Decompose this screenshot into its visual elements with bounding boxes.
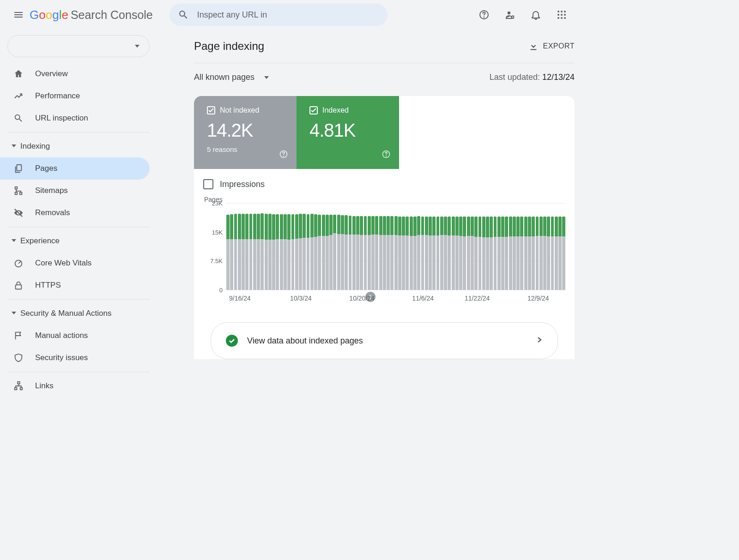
- bar[interactable]: [333, 203, 336, 290]
- bar[interactable]: [562, 203, 565, 290]
- bar[interactable]: [341, 203, 344, 290]
- checkbox-icon[interactable]: [203, 179, 213, 189]
- tab-not-indexed[interactable]: Not indexed 14.2K 5 reasons: [194, 96, 297, 169]
- bar[interactable]: [532, 203, 535, 290]
- notifications-icon[interactable]: [525, 4, 547, 26]
- bar[interactable]: [314, 203, 317, 290]
- bar[interactable]: [482, 203, 485, 290]
- bar[interactable]: [547, 203, 550, 290]
- bar[interactable]: [505, 203, 508, 290]
- bar[interactable]: [349, 203, 352, 290]
- bar[interactable]: [536, 203, 539, 290]
- bar[interactable]: [299, 203, 302, 290]
- bar[interactable]: [429, 203, 432, 290]
- bar[interactable]: [303, 203, 306, 290]
- bar[interactable]: [345, 203, 348, 290]
- bar[interactable]: [452, 203, 455, 290]
- bar[interactable]: [558, 203, 562, 290]
- sidebar-item-security-issues[interactable]: Security issues: [0, 347, 150, 369]
- bar[interactable]: [467, 203, 470, 290]
- bar[interactable]: [375, 203, 378, 290]
- search-input[interactable]: [196, 10, 379, 20]
- bar[interactable]: [394, 203, 398, 290]
- bar[interactable]: [368, 203, 371, 290]
- view-indexed-pages-link[interactable]: View data about indexed pages: [211, 322, 558, 359]
- tab-indexed[interactable]: Indexed 4.81K: [297, 96, 399, 169]
- bar[interactable]: [364, 203, 367, 290]
- bar[interactable]: [425, 203, 428, 290]
- bar[interactable]: [234, 203, 237, 290]
- bar[interactable]: [383, 203, 386, 290]
- bar[interactable]: [524, 203, 527, 290]
- bar[interactable]: [318, 203, 321, 290]
- sidebar-item-removals[interactable]: Removals: [0, 202, 150, 224]
- bar[interactable]: [242, 203, 245, 290]
- help-icon[interactable]: [279, 150, 288, 161]
- logo[interactable]: Google Search Console: [30, 8, 153, 22]
- bar[interactable]: [326, 203, 329, 290]
- sidebar-item-https[interactable]: HTTPS: [0, 274, 150, 296]
- bar[interactable]: [463, 203, 466, 290]
- sidebar-item-sitemaps[interactable]: Sitemaps: [0, 180, 150, 202]
- bar[interactable]: [310, 203, 314, 290]
- bar[interactable]: [268, 203, 272, 290]
- user-settings-icon[interactable]: [499, 4, 521, 26]
- bar[interactable]: [448, 203, 451, 290]
- help-icon[interactable]: [382, 150, 391, 161]
- bar[interactable]: [417, 203, 420, 290]
- bar[interactable]: [436, 203, 440, 290]
- bar[interactable]: [406, 203, 409, 290]
- sidebar-item-manual-actions[interactable]: Manual actions: [0, 325, 150, 347]
- sidebar-section-security[interactable]: Security & Manual Actions: [0, 302, 150, 325]
- bar[interactable]: [337, 203, 340, 290]
- bar[interactable]: [265, 203, 268, 290]
- bar[interactable]: [513, 203, 516, 290]
- bar[interactable]: [307, 203, 310, 290]
- bar[interactable]: [238, 203, 241, 290]
- bar[interactable]: [520, 203, 523, 290]
- bar[interactable]: [474, 203, 478, 290]
- bar[interactable]: [245, 203, 248, 290]
- bar[interactable]: [280, 203, 283, 290]
- bar[interactable]: [459, 203, 462, 290]
- sidebar-section-experience[interactable]: Experience: [0, 230, 150, 252]
- bar[interactable]: [444, 203, 447, 290]
- sidebar-section-indexing[interactable]: Indexing: [0, 135, 150, 157]
- bar[interactable]: [486, 203, 489, 290]
- sidebar-item-links[interactable]: Links: [0, 375, 150, 397]
- impressions-toggle[interactable]: Impressions: [194, 169, 575, 194]
- bar[interactable]: [471, 203, 474, 290]
- bar[interactable]: [413, 203, 417, 290]
- bar[interactable]: [497, 203, 501, 290]
- bar[interactable]: [356, 203, 359, 290]
- bar[interactable]: [295, 203, 298, 290]
- bar[interactable]: [494, 203, 497, 290]
- search-bar[interactable]: [170, 4, 388, 26]
- bar[interactable]: [284, 203, 287, 290]
- bar[interactable]: [490, 203, 493, 290]
- bar[interactable]: [387, 203, 390, 290]
- bar[interactable]: [253, 203, 256, 290]
- help-icon[interactable]: [473, 4, 495, 26]
- bar[interactable]: [509, 203, 512, 290]
- bar[interactable]: [398, 203, 401, 290]
- sidebar-item-performance[interactable]: Performance: [0, 85, 150, 107]
- bar[interactable]: [440, 203, 443, 290]
- export-button[interactable]: EXPORT: [528, 41, 575, 51]
- sidebar-item-url-inspection[interactable]: URL inspection: [0, 107, 150, 129]
- bar[interactable]: [390, 203, 394, 290]
- bar[interactable]: [249, 203, 253, 290]
- bar[interactable]: [226, 203, 230, 290]
- bar[interactable]: [555, 203, 558, 290]
- bar[interactable]: [322, 203, 325, 290]
- bar[interactable]: [501, 203, 504, 290]
- bar[interactable]: [528, 203, 531, 290]
- bar[interactable]: [260, 203, 264, 290]
- bar[interactable]: [402, 203, 405, 290]
- bar[interactable]: [539, 203, 543, 290]
- sidebar-item-pages[interactable]: Pages: [0, 157, 150, 180]
- sidebar-item-core-web-vitals[interactable]: Core Web Vitals: [0, 252, 150, 274]
- bar[interactable]: [516, 203, 520, 290]
- bar[interactable]: [551, 203, 554, 290]
- bar[interactable]: [291, 203, 295, 290]
